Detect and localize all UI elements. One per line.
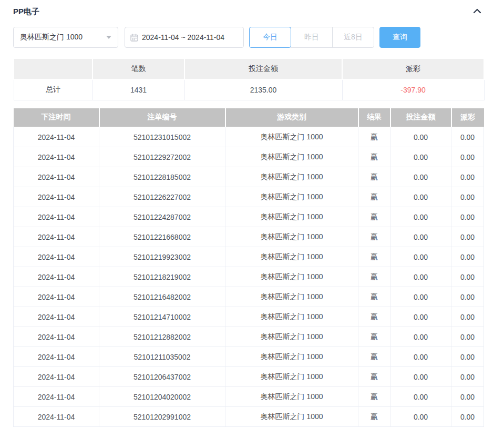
- summary-total-bet-amount: 2135.00: [184, 79, 342, 100]
- table-cell: 2024-11-04: [14, 187, 99, 207]
- game-select-value: 奥林匹斯之门 1000: [20, 33, 83, 42]
- table-cell: 52101214710002: [99, 307, 225, 327]
- table-cell: 52101226227002: [99, 187, 225, 207]
- pp-electronic-panel: PP电子 奥林匹斯之门 1000: [13, 0, 484, 427]
- game-select[interactable]: 奥林匹斯之门 1000: [13, 27, 118, 48]
- table-row: 2024-11-0452101214710002奥林匹斯之门 1000赢0.00…: [14, 307, 484, 327]
- table-cell: 0.00: [390, 167, 451, 187]
- summary-table: 笔数 投注金额 派彩 总计 1431 2135.00 -397.90: [13, 59, 485, 100]
- table-cell: 0.00: [451, 267, 484, 287]
- table-cell: 0.00: [390, 187, 451, 207]
- filter-bar: 奥林匹斯之门 1000 2024-11-04 ~ 2024-11-04: [13, 27, 484, 48]
- table-cell: 52101229272002: [99, 147, 225, 167]
- table-row: 2024-11-0452101204020002奥林匹斯之门 1000赢0.00…: [14, 387, 484, 407]
- table-cell: 0.00: [390, 307, 451, 327]
- table-cell: 2024-11-04: [14, 247, 99, 267]
- summary-header-row: 笔数 投注金额 派彩: [14, 59, 484, 79]
- table-cell: 赢: [358, 307, 390, 327]
- table-cell: 2024-11-04: [14, 347, 99, 367]
- table-cell: 赢: [358, 127, 390, 147]
- table-row: 2024-11-0452101228185002奥林匹斯之门 1000赢0.00…: [14, 167, 484, 187]
- summary-total-row: 总计 1431 2135.00 -397.90: [14, 79, 484, 100]
- table-cell: 赢: [358, 367, 390, 387]
- table-cell: 0.00: [390, 127, 451, 147]
- table-cell: 52101212882002: [99, 327, 225, 347]
- table-cell: 0.00: [390, 267, 451, 287]
- table-cell: 0.00: [451, 407, 484, 427]
- records-header-row: 下注时间 注单编号 游戏类别 结果 投注金额 派彩: [14, 108, 484, 127]
- last-8-days-button[interactable]: 近8日: [332, 27, 374, 48]
- table-cell: 52101231015002: [99, 127, 225, 147]
- table-cell: 赢: [358, 327, 390, 347]
- table-cell: 奥林匹斯之门 1000: [225, 407, 358, 427]
- yesterday-button[interactable]: 昨日: [291, 27, 333, 48]
- table-cell: 奥林匹斯之门 1000: [225, 367, 358, 387]
- table-cell: 0.00: [451, 247, 484, 267]
- table-cell: 奥林匹斯之门 1000: [225, 287, 358, 307]
- table-cell: 52101216482002: [99, 287, 225, 307]
- table-cell: 0.00: [451, 167, 484, 187]
- table-cell: 52101218219002: [99, 267, 225, 287]
- table-cell: 0.00: [390, 207, 451, 227]
- table-cell: 奥林匹斯之门 1000: [225, 127, 358, 147]
- table-row: 2024-11-0452101224287002奥林匹斯之门 1000赢0.00…: [14, 207, 484, 227]
- table-cell: 0.00: [451, 147, 484, 167]
- records-body: 2024-11-0452101231015002奥林匹斯之门 1000赢0.00…: [14, 127, 484, 427]
- summary-header-bet-amount: 投注金额: [184, 59, 342, 79]
- panel-title: PP电子: [13, 7, 39, 17]
- today-button[interactable]: 今日: [249, 27, 291, 48]
- records-header-game-type: 游戏类别: [225, 108, 358, 127]
- table-row: 2024-11-0452101231015002奥林匹斯之门 1000赢0.00…: [14, 127, 484, 147]
- table-cell: 52101221668002: [99, 227, 225, 247]
- records-header-bet-amount: 投注金额: [390, 108, 451, 127]
- table-cell: 2024-11-04: [14, 147, 99, 167]
- quick-range-group: 今日 昨日 近8日: [249, 27, 374, 48]
- table-cell: 2024-11-04: [14, 367, 99, 387]
- table-row: 2024-11-0452101218219002奥林匹斯之门 1000赢0.00…: [14, 267, 484, 287]
- table-cell: 奥林匹斯之门 1000: [225, 387, 358, 407]
- table-cell: 0.00: [451, 227, 484, 247]
- summary-total-label: 总计: [14, 79, 92, 100]
- summary-total-payout: -397.90: [342, 79, 484, 100]
- table-cell: 奥林匹斯之门 1000: [225, 207, 358, 227]
- table-cell: 2024-11-04: [14, 267, 99, 287]
- date-range-value: 2024-11-04 ~ 2024-11-04: [142, 33, 224, 42]
- panel-header: PP电子: [13, 7, 484, 16]
- table-cell: 52101228185002: [99, 167, 225, 187]
- table-cell: 赢: [358, 407, 390, 427]
- table-cell: 52101219923002: [99, 247, 225, 267]
- table-cell: 0.00: [390, 387, 451, 407]
- collapse-button[interactable]: [473, 7, 484, 16]
- table-cell: 52101206437002: [99, 367, 225, 387]
- search-button[interactable]: 查询: [379, 27, 420, 48]
- table-cell: 赢: [358, 207, 390, 227]
- table-row: 2024-11-0452101211035002奥林匹斯之门 1000赢0.00…: [14, 347, 484, 367]
- table-cell: 赢: [358, 147, 390, 167]
- table-cell: 赢: [358, 167, 390, 187]
- table-cell: 奥林匹斯之门 1000: [225, 247, 358, 267]
- table-cell: 奥林匹斯之门 1000: [225, 267, 358, 287]
- records-header-payout: 派彩: [451, 108, 484, 127]
- table-cell: 0.00: [390, 287, 451, 307]
- table-cell: 奥林匹斯之门 1000: [225, 327, 358, 347]
- records-header-result: 结果: [358, 108, 390, 127]
- date-range-picker[interactable]: 2024-11-04 ~ 2024-11-04: [125, 27, 244, 48]
- table-cell: 0.00: [390, 227, 451, 247]
- table-cell: 奥林匹斯之门 1000: [225, 227, 358, 247]
- table-cell: 52101204020002: [99, 387, 225, 407]
- table-cell: 52101211035002: [99, 347, 225, 367]
- table-cell: 赢: [358, 347, 390, 367]
- table-row: 2024-11-0452101219923002奥林匹斯之门 1000赢0.00…: [14, 247, 484, 267]
- table-cell: 2024-11-04: [14, 387, 99, 407]
- table-cell: 52101224287002: [99, 207, 225, 227]
- calendar-icon: [130, 34, 138, 42]
- table-row: 2024-11-0452101206437002奥林匹斯之门 1000赢0.00…: [14, 367, 484, 387]
- table-cell: 2024-11-04: [14, 227, 99, 247]
- table-cell: 0.00: [390, 347, 451, 367]
- table-cell: 2024-11-04: [14, 167, 99, 187]
- table-cell: 奥林匹斯之门 1000: [225, 307, 358, 327]
- table-cell: 0.00: [451, 387, 484, 407]
- records-header-bet-time: 下注时间: [14, 108, 99, 127]
- table-cell: 0.00: [451, 347, 484, 367]
- table-cell: 赢: [358, 287, 390, 307]
